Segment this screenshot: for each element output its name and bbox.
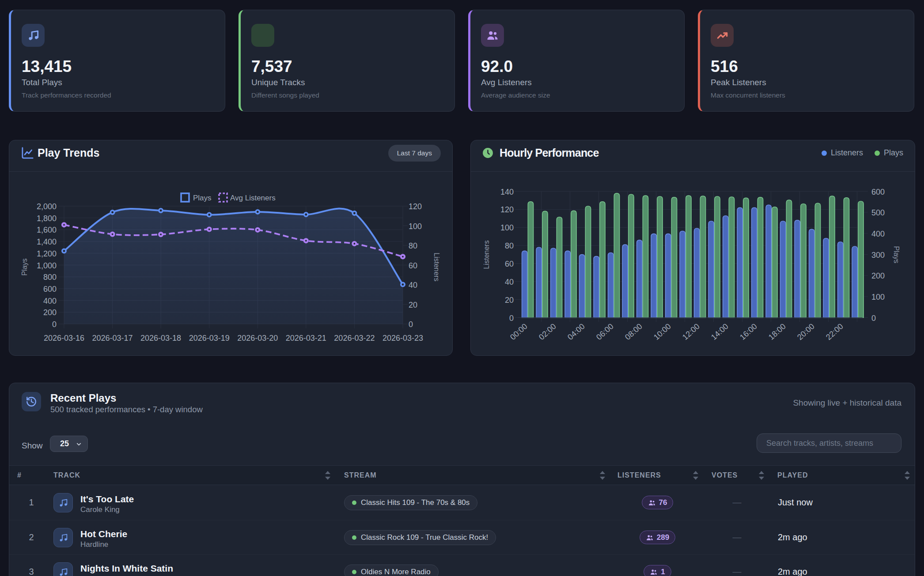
svg-text:140: 140 <box>500 188 514 196</box>
svg-text:2026-03-18: 2026-03-18 <box>140 334 181 343</box>
svg-text:200: 200 <box>43 308 57 317</box>
svg-text:400: 400 <box>43 297 57 305</box>
svg-text:60: 60 <box>505 260 514 268</box>
svg-text:04:00: 04:00 <box>566 322 587 342</box>
svg-text:18:00: 18:00 <box>767 322 788 342</box>
svg-text:80: 80 <box>409 241 417 250</box>
svg-text:600: 600 <box>871 188 885 196</box>
svg-text:0: 0 <box>52 320 57 329</box>
svg-text:2026-03-21: 2026-03-21 <box>286 334 326 343</box>
svg-text:Listeners: Listeners <box>433 253 440 282</box>
svg-text:120: 120 <box>500 205 514 214</box>
svg-text:100: 100 <box>409 222 422 231</box>
svg-text:2,000: 2,000 <box>37 202 57 211</box>
svg-text:2026-03-23: 2026-03-23 <box>382 334 423 343</box>
svg-text:400: 400 <box>871 230 885 238</box>
svg-text:600: 600 <box>43 285 57 294</box>
svg-text:20: 20 <box>505 296 514 305</box>
svg-text:2026-03-22: 2026-03-22 <box>334 334 375 343</box>
svg-text:00:00: 00:00 <box>508 322 529 342</box>
svg-text:1,800: 1,800 <box>37 214 57 223</box>
svg-text:500: 500 <box>871 208 885 217</box>
svg-text:300: 300 <box>871 251 885 260</box>
svg-text:2026-03-20: 2026-03-20 <box>237 334 278 343</box>
svg-text:60: 60 <box>409 261 417 270</box>
svg-text:Plays: Plays <box>21 258 28 275</box>
svg-text:0: 0 <box>409 320 413 329</box>
svg-text:14:00: 14:00 <box>709 322 730 342</box>
svg-text:20: 20 <box>409 301 417 309</box>
svg-text:Plays: Plays <box>893 246 900 263</box>
svg-text:2026-03-17: 2026-03-17 <box>92 334 133 343</box>
svg-text:200: 200 <box>871 271 885 280</box>
svg-text:16:00: 16:00 <box>738 322 759 342</box>
svg-text:1,200: 1,200 <box>37 249 57 258</box>
svg-text:100: 100 <box>871 293 885 301</box>
svg-text:Plays: Plays <box>193 194 212 202</box>
svg-text:1,400: 1,400 <box>37 237 57 246</box>
svg-text:40: 40 <box>505 278 514 286</box>
svg-text:0: 0 <box>871 314 876 323</box>
svg-text:40: 40 <box>409 281 417 290</box>
svg-text:1,600: 1,600 <box>37 226 57 234</box>
svg-text:Avg Listeners: Avg Listeners <box>230 194 276 202</box>
svg-text:12:00: 12:00 <box>681 322 701 342</box>
svg-text:100: 100 <box>500 223 514 232</box>
svg-text:2026-03-19: 2026-03-19 <box>189 334 230 343</box>
svg-text:Listeners: Listeners <box>483 241 490 269</box>
svg-text:06:00: 06:00 <box>595 322 615 342</box>
svg-text:20:00: 20:00 <box>795 322 816 342</box>
svg-text:02:00: 02:00 <box>537 322 558 342</box>
svg-text:120: 120 <box>409 202 422 211</box>
svg-text:800: 800 <box>43 273 57 282</box>
svg-text:80: 80 <box>505 241 514 250</box>
svg-text:0: 0 <box>509 314 514 323</box>
svg-text:22:00: 22:00 <box>824 322 845 342</box>
svg-text:1,000: 1,000 <box>37 261 57 270</box>
svg-text:08:00: 08:00 <box>623 322 644 342</box>
svg-text:10:00: 10:00 <box>652 322 673 342</box>
svg-text:2026-03-16: 2026-03-16 <box>44 334 84 343</box>
